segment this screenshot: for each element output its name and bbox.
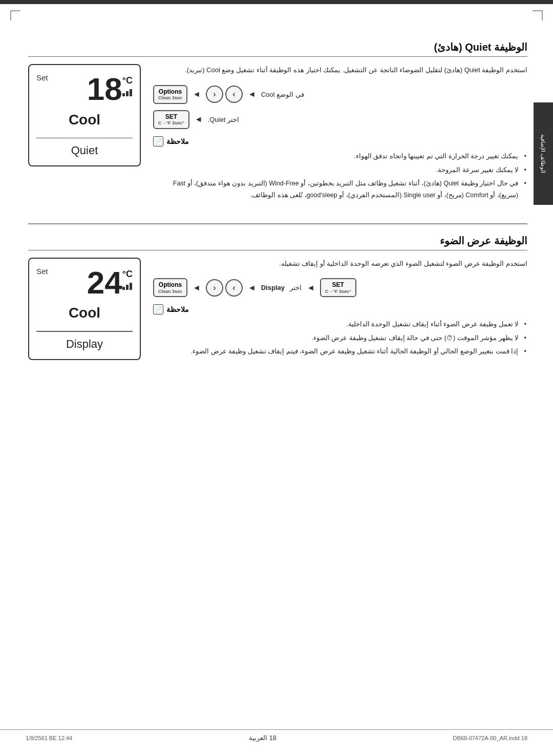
- nav-right-btn-display[interactable]: ›: [206, 279, 223, 297]
- section-quiet-header: الوظيفة Quiet (هادئ): [28, 41, 527, 57]
- bar-seg-d3: [130, 283, 132, 290]
- note-display-item-1: لا تعمل وظيفة عرض الضوء أثناء إيقاف تشغي…: [153, 319, 527, 330]
- step-quiet-2-label: اختر Quiet.: [208, 116, 239, 123]
- bar-seg-1: [122, 93, 125, 96]
- section-quiet-body: استخدم الوظيفة Quiet (هادئ) لتقليل الضوض…: [153, 64, 527, 77]
- section-quiet-content: استخدم الوظيفة Quiet (هادئ) لتقليل الضوض…: [28, 64, 527, 208]
- step-quiet-1: في الوضع Cool ◄ › ‹ ◄ Options Clean 3sec: [153, 85, 527, 104]
- section-display-body: استخدم الوظيفة عرض الضوء لتشغيل الضوء ال…: [153, 258, 527, 270]
- note-display: ملاحظة 📄 لا تعمل وظيفة عرض الضوء أثناء إ…: [153, 304, 527, 358]
- ac-display-display: 24 °C: [28, 258, 141, 360]
- section-display-text-col: استخدم الوظيفة عرض الضوء لتشغيل الضوء ال…: [153, 258, 527, 365]
- set-btn-quiet-sub: °C→°F 3sec: [158, 120, 184, 126]
- footer-date: 1/8/2561 BE 12:44: [26, 735, 72, 741]
- nav-buttons-display: › ‹: [206, 279, 243, 297]
- note-display-item-3: إذا قمت بتغيير الوضع الحالي أو الوظيفة ا…: [153, 346, 527, 358]
- ac-bar-display: [122, 283, 132, 290]
- step-quiet-2-arrow: ◄: [195, 115, 203, 124]
- note-quiet-title-row: ملاحظة 📄: [153, 136, 527, 146]
- ac-bars-quiet: [122, 89, 132, 96]
- set-btn-display-label: SET: [332, 281, 344, 288]
- ac-divider-quiet: [36, 138, 133, 139]
- nav-right-btn-quiet[interactable]: ›: [206, 86, 223, 103]
- ac-set-label-display: Set: [36, 267, 48, 276]
- section-display-content: استخدم الوظيفة عرض الضوء لتشغيل الضوء ال…: [28, 258, 527, 365]
- step-quiet-1-arrow2: ◄: [193, 90, 201, 99]
- nav-buttons-quiet: › ‹: [206, 86, 243, 103]
- ac-bars-display: [122, 283, 132, 290]
- bar-seg-3: [130, 89, 132, 96]
- note-display-list: لا تعمل وظيفة عرض الضوء أثناء إيقاف تشغي…: [153, 319, 527, 358]
- ac-temp-area-quiet: 18 °C: [87, 73, 133, 105]
- section-quiet-text-col: استخدم الوظيفة Quiet (هادئ) لتقليل الضوض…: [153, 64, 527, 208]
- ac-set-label-quiet: Set: [36, 73, 48, 82]
- step-quiet-1-label: في الوضع Cool: [261, 91, 304, 98]
- section-display-header: الوظيفة عرض الضوء: [28, 235, 527, 250]
- note-display-title-text: ملاحظة: [166, 305, 189, 313]
- ac-celsius-display: °C: [122, 269, 133, 280]
- step-display-1-arrow3: ◄: [193, 283, 201, 292]
- ac-temp-unit-display: °C: [122, 269, 133, 290]
- ac-temp-unit-quiet: °C: [122, 75, 133, 96]
- note-quiet-item-1: يمكنك تغيير درجة الحرارة التي تم تعيينها…: [153, 151, 527, 162]
- bar-seg-d2: [126, 285, 129, 290]
- options-btn-display-label: Options: [159, 281, 182, 288]
- corner-mark-tr: [533, 10, 543, 20]
- step-display-1-label: اختر: [290, 284, 302, 291]
- step-display-1-arrow2: ◄: [248, 283, 256, 292]
- corner-mark-tl: [10, 10, 20, 20]
- note-display-item-2: لا يظهر مؤشر الموقت (⏱) حتى في حالة إيقا…: [153, 332, 527, 344]
- set-btn-display-sub: °C→°F 3sec: [325, 289, 351, 295]
- options-btn-display[interactable]: Options Clean 3sec: [153, 278, 187, 297]
- options-btn-quiet-label: Options: [159, 88, 182, 95]
- main-sections: الوظيفة Quiet (هادئ) استخدم الوظيفة Quie…: [0, 0, 553, 421]
- step-display-1-arrow: ◄: [307, 283, 315, 292]
- ac-bar-quiet: [122, 89, 132, 96]
- step-quiet-2: اختر Quiet. ◄ SET °C→°F 3sec: [153, 110, 527, 129]
- note-quiet-item-3: في حال اختيار وظيفة Quiet (هادئ)، أثناء …: [153, 178, 527, 201]
- page-wrapper: الوظائف الإضافية الوظيفة Quiet (هادئ) اس…: [0, 0, 553, 756]
- set-btn-quiet-label: SET: [165, 113, 177, 120]
- note-quiet-list: يمكنك تغيير درجة الحرارة التي تم تعيينها…: [153, 151, 527, 201]
- section-divider: [28, 223, 527, 224]
- page-footer: DB68-07472A-00_AR.indd 18 18 العربية 1/8…: [0, 729, 553, 746]
- step-display-1: SET °C→°F 3sec ◄ اختر Display ◄ › ‹ ◄: [153, 278, 527, 297]
- bar-seg-d1: [122, 287, 125, 290]
- note-display-title-row: ملاحظة 📄: [153, 304, 527, 314]
- side-tab-text: الوظائف الإضافية: [540, 134, 547, 173]
- footer-code: DB68-07472A-00_AR.indd 18: [453, 735, 527, 741]
- footer-page-number: 18 العربية: [249, 734, 276, 742]
- set-btn-quiet[interactable]: SET °C→°F 3sec: [153, 110, 189, 129]
- set-btn-display[interactable]: SET °C→°F 3sec: [320, 278, 356, 297]
- top-border: [0, 0, 553, 4]
- ac-function-label-quiet: Quiet: [36, 144, 133, 157]
- display-quiet-col: 18 °C: [28, 64, 141, 166]
- note-quiet-title-text: ملاحظة: [166, 137, 189, 145]
- note-quiet-icon: 📄: [153, 136, 163, 146]
- options-btn-quiet-sub: Clean 3sec: [158, 95, 182, 101]
- ac-mode-label-display: Cool: [36, 305, 133, 321]
- section-quiet-title: الوظيفة Quiet (هادئ): [28, 41, 527, 53]
- ac-display-quiet-top: 18 °C: [36, 73, 133, 105]
- section-display-title: الوظيفة عرض الضوء: [28, 235, 527, 247]
- note-quiet-item-2: لا يمكنك تغيير سرعة المروحة.: [153, 164, 527, 176]
- section-display: الوظيفة عرض الضوء استخدم الوظيفة عرض الض…: [28, 235, 527, 365]
- nav-left-btn-quiet[interactable]: ‹: [225, 86, 243, 103]
- step-quiet-1-arrow: ◄: [248, 90, 256, 99]
- ac-temp-number-quiet: 18: [87, 73, 122, 105]
- ac-display-quiet: 18 °C: [28, 64, 141, 166]
- display-display-col: 24 °C: [28, 258, 141, 360]
- section-quiet: الوظيفة Quiet (هادئ) استخدم الوظيفة Quie…: [28, 41, 527, 208]
- ac-divider-display: [36, 331, 133, 332]
- ac-celsius-quiet: °C: [122, 75, 133, 86]
- ac-mode-label-quiet: Cool: [36, 112, 133, 128]
- side-tab: الوظائف الإضافية: [534, 102, 553, 205]
- ac-display-display-top: 24 °C: [36, 267, 133, 299]
- nav-left-btn-display[interactable]: ‹: [225, 279, 243, 297]
- step-display-1-display: Display: [261, 284, 285, 291]
- options-btn-display-sub: Clean 3sec: [158, 289, 182, 295]
- options-btn-quiet[interactable]: Options Clean 3sec: [153, 85, 187, 104]
- ac-temp-number-display: 24: [87, 267, 122, 299]
- note-display-icon: 📄: [153, 304, 163, 314]
- ac-function-label-display: Display: [36, 338, 133, 351]
